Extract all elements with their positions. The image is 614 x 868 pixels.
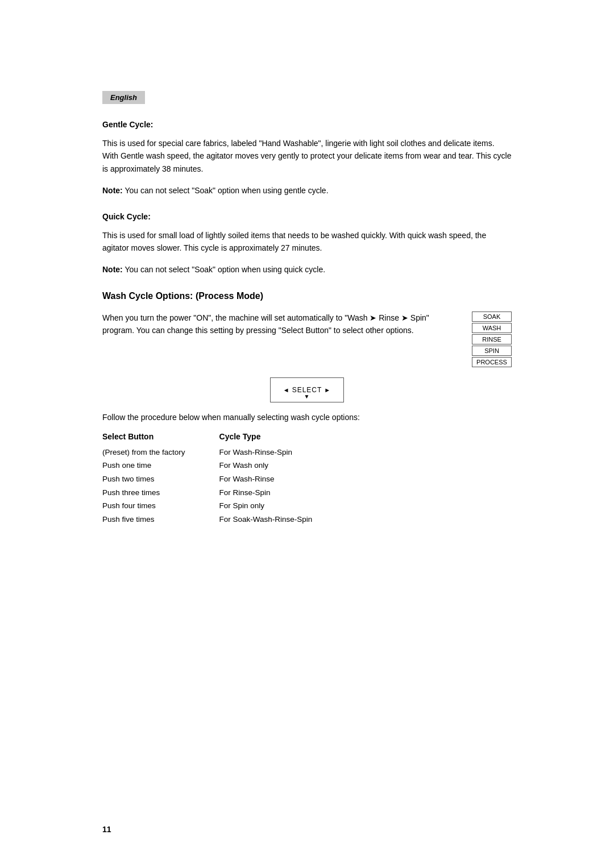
cycle-table: Select Button (Preset) from the factoryP… [102,432,512,526]
cycle-type-column: Cycle Type For Wash-Rinse-SpinFor Wash o… [219,432,313,526]
table-row: For Wash-Rinse [219,472,313,486]
gentle-cycle-heading: Gentle Cycle: [102,120,512,129]
table-row: (Preset) from the factory [102,446,185,459]
table-row: For Wash-Rinse-Spin [219,446,313,459]
wash-cycle-options-heading-main: Wash Cycle Options: [102,291,193,301]
quick-cycle-note-bold: Note: [102,265,123,274]
select-button-column: Select Button (Preset) from the factoryP… [102,432,185,526]
process-items-list: SOAKWASHRINSESPINPROCESS [472,312,512,367]
wash-cycle-content-row: When you turn the power "ON", the machin… [102,312,512,367]
table-row: For Wash only [219,459,313,472]
wash-cycle-options-section: Wash Cycle Options: (Process Mode) When … [102,291,512,526]
select-button-diagram: ◄ SELECT ► ▼ [102,377,512,402]
table-row: For Rinse-Spin [219,486,313,500]
process-item: WASH [472,323,512,333]
gentle-cycle-note: Note: You can not select "Soak" option w… [102,184,512,197]
wash-cycle-options-heading-sub: (Process Mode) [193,291,263,301]
table-row: Push five times [102,513,185,526]
process-item: PROCESS [472,357,512,367]
table-row: Push three times [102,486,185,500]
select-button-box: ◄ SELECT ► ▼ [270,377,344,402]
process-item: SOAK [472,312,512,322]
cycle-type-col-header: Cycle Type [219,432,313,441]
quick-cycle-section: Quick Cycle: This is used for small load… [102,212,512,276]
quick-cycle-heading: Quick Cycle: [102,212,512,221]
gentle-cycle-note-bold: Note: [102,186,123,195]
select-arrow-down-icon: ▼ [304,393,310,400]
table-row: Push two times [102,472,185,486]
gentle-cycle-section: Gentle Cycle: This is used for special c… [102,120,512,197]
page-number: 11 [102,825,111,834]
table-row: For Soak-Wash-Rinse-Spin [219,513,313,526]
quick-cycle-note: Note: You can not select "Soak" option w… [102,263,512,276]
wash-cycle-intro: When you turn the power "ON", the machin… [102,312,466,337]
language-tab: English [102,91,145,104]
select-arrow-right-icon: ► [324,387,331,393]
process-panel: SOAKWASHRINSESPINPROCESS [466,312,512,367]
table-row: Push four times [102,499,185,513]
table-row: Push one time [102,459,185,472]
gentle-cycle-note-text: You can not select "Soak" option when us… [123,186,329,195]
gentle-cycle-body: This is used for special care fabrics, l… [102,137,512,175]
table-row: For Spin only [219,499,313,513]
quick-cycle-body: This is used for small load of lightly s… [102,229,512,255]
process-item: RINSE [472,334,512,344]
select-arrow-left-icon: ◄ [283,387,290,393]
process-item: SPIN [472,346,512,356]
quick-cycle-note-text: You can not select "Soak" option when us… [123,265,325,274]
select-button-col-header: Select Button [102,432,185,441]
page-container: English Gentle Cycle: This is used for s… [0,0,614,868]
wash-cycle-options-heading: Wash Cycle Options: (Process Mode) [102,291,512,301]
follow-procedure-text: Follow the procedure below when manually… [102,413,512,422]
select-label: SELECT [292,386,322,394]
